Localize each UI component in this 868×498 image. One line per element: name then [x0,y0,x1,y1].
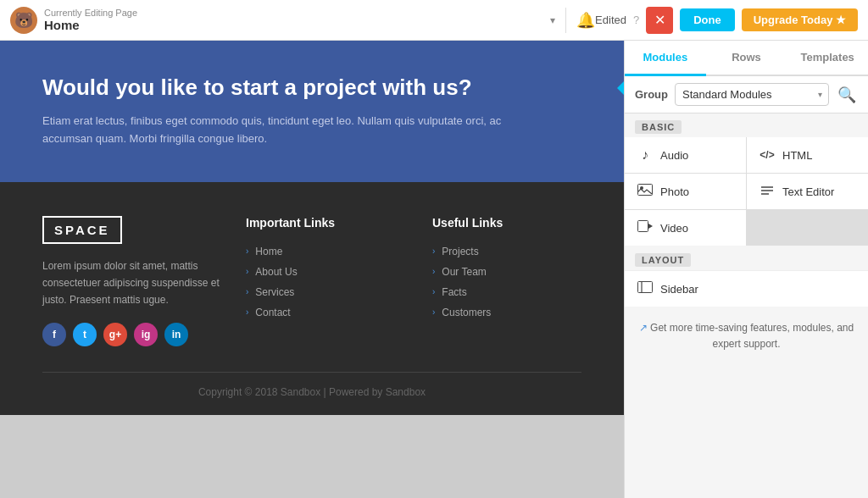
list-item[interactable]: ›Services [246,282,415,302]
footer-section: SPACE Lorem ipsum dolor sit amet, mattis… [0,182,624,415]
list-item[interactable]: ›Home [246,241,415,262]
link-label: Contact [255,307,290,318]
footer-grid: SPACE Lorem ipsum dolor sit amet, mattis… [42,216,581,346]
link-label: Facts [442,286,466,298]
layout-modules: Sidebar [625,270,868,307]
top-bar: 🐻 Currently Editing Page Home ▾ 🔔 Edited… [0,0,868,41]
important-links-list: ›Home ›About Us ›Services ›Contact [246,241,415,323]
bell-icon[interactable]: 🔔 [576,11,595,30]
list-item[interactable]: ›Facts [432,282,619,302]
footer-bottom: Copyright © 2018 Sandbox | Powered by Sa… [42,372,581,398]
footer-col-important: Important Links ›Home ›About Us ›Service… [246,216,415,346]
footer-col-useful: Useful Links ›Projects ›Our Team ›Facts … [432,216,619,346]
list-item[interactable]: ›Projects [432,241,619,262]
audio-icon: ♪ [637,147,654,163]
link-label: Services [255,286,294,298]
module-sidebar[interactable]: Sidebar [625,271,868,307]
module-photo-label: Photo [660,185,689,198]
link-label: About Us [255,266,297,278]
facebook-icon[interactable]: f [42,323,66,346]
panel-body: BASIC ♪ Audio </> HTML Photo [625,113,868,498]
avatar: 🐻 [10,7,37,34]
module-audio[interactable]: ♪ Audio [625,137,746,173]
important-links-heading: Important Links [246,216,415,230]
social-icons: f t g+ ig in [42,323,229,346]
page-title: Home [44,18,543,32]
arrow-icon: › [432,246,435,256]
arrow-icon: › [246,267,248,276]
group-select[interactable]: Standard Modules Basic Layout [675,83,829,106]
list-item[interactable]: ›Our Team [432,262,619,282]
tab-rows[interactable]: Rows [706,41,787,76]
tab-modules[interactable]: Modules [625,41,706,76]
link-label: Customers [442,307,491,318]
panel-tabs: Modules Rows Templates [625,41,868,76]
banner-heading: Would you like to start a project with u… [42,75,590,101]
layout-section-label: LAYOUT [625,246,868,270]
arrow-icon: › [246,287,248,296]
module-video-label: Video [660,222,688,235]
group-select-wrapper: Standard Modules Basic Layout ▾ [675,83,829,106]
banner-body: Etiam erat lectus, finibus eget commodo … [42,113,534,148]
twitter-icon[interactable]: t [73,323,97,346]
right-actions: Edited ? ✕ Done Upgrade Today ★ [595,7,858,34]
page-content: Would you like to start a project with u… [0,41,624,498]
search-icon: 🔍 [837,86,856,103]
link-label: Home [255,246,282,257]
arrow-icon: › [246,307,248,317]
video-icon [637,220,654,235]
linkedin-icon[interactable]: in [164,323,188,346]
list-item[interactable]: ›Customers [432,302,619,323]
footer-description: Lorem ipsum dolor sit amet, mattis conse… [42,257,229,309]
tab-templates[interactable]: Templates [787,41,868,76]
upgrade-button[interactable]: Upgrade Today ★ [742,8,858,31]
external-link-icon: ↗ [639,322,648,334]
svg-rect-5 [638,221,648,232]
main-layout: Would you like to start a project with u… [0,41,868,498]
instagram-icon[interactable]: ig [134,323,158,346]
footer-col-brand: SPACE Lorem ipsum dolor sit amet, mattis… [42,216,229,346]
promo-section: ↗ Get more time-saving features, modules… [625,307,868,366]
promo-text: Get more time-saving features, modules, … [650,322,854,350]
useful-links-heading: Useful Links [432,216,619,230]
module-sidebar-label: Sidebar [660,283,698,296]
basic-modules-grid: ♪ Audio </> HTML Photo Tex [625,137,868,246]
svg-rect-6 [638,282,653,293]
link-label: Projects [442,246,478,257]
photo-icon [637,184,654,199]
arrow-icon: › [432,287,435,296]
edited-label: Edited [595,14,626,26]
group-selector: Group Standard Modules Basic Layout ▾ 🔍 [625,76,868,113]
page-info: Currently Editing Page Home [44,8,543,32]
module-text-editor[interactable]: Text Editor [747,174,868,209]
module-text-editor-label: Text Editor [782,185,834,198]
list-item[interactable]: ›About Us [246,262,415,282]
close-button[interactable]: ✕ [646,7,673,34]
footer-logo: SPACE [42,216,122,244]
right-panel: Modules Rows Templates Group Standard Mo… [624,41,868,498]
module-audio-label: Audio [660,149,688,162]
list-item[interactable]: ›Contact [246,302,415,323]
html-icon: </> [759,149,776,161]
sidebar-icon [637,281,654,296]
editing-subtitle: Currently Editing Page [44,8,543,18]
copyright-text: Copyright © 2018 Sandbox | Powered by Sa… [198,386,426,398]
help-icon[interactable]: ? [633,14,639,26]
link-label: Our Team [442,266,486,278]
arrow-icon: › [432,307,435,317]
done-button[interactable]: Done [680,8,735,31]
search-button[interactable]: 🔍 [836,84,858,106]
module-photo[interactable]: Photo [625,174,746,209]
arrow-icon: › [246,246,248,256]
blue-banner: Would you like to start a project with u… [0,41,624,182]
module-video[interactable]: Video [625,210,746,246]
text-editor-icon [759,185,776,199]
module-html[interactable]: </> HTML [747,137,868,173]
divider [565,8,566,33]
useful-links-list: ›Projects ›Our Team ›Facts ›Customers [432,241,619,323]
chevron-down-icon[interactable]: ▾ [550,14,555,26]
module-html-label: HTML [782,149,812,162]
googleplus-icon[interactable]: g+ [103,323,127,346]
group-label: Group [635,88,668,101]
arrow-icon: › [432,267,435,276]
